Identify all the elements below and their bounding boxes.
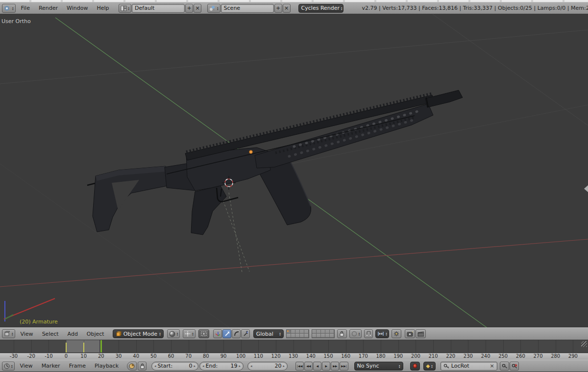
active-keying-set-field[interactable]: LocRot × [441, 362, 497, 371]
play-button[interactable]: ▶ [322, 362, 330, 371]
menu-file[interactable]: File [17, 5, 34, 11]
translate-manipulator-button[interactable] [222, 329, 231, 338]
layer-15[interactable] [330, 330, 334, 334]
sync-mode-select[interactable]: No Sync ▴▾ [354, 362, 403, 371]
layer-2[interactable] [291, 330, 295, 334]
increment-arrow-icon[interactable]: ▸ [283, 364, 285, 368]
layer-20[interactable] [330, 334, 334, 338]
current-frame-field[interactable]: ◂ 20 ▸ [247, 362, 288, 371]
render-engine-select[interactable]: Cycles Render ▴▾ [298, 4, 343, 13]
manipulator-toggle[interactable] [213, 329, 222, 338]
menu-help[interactable]: Help [92, 5, 113, 11]
scale-manipulator-button[interactable] [241, 329, 250, 338]
menu-render[interactable]: Render [34, 5, 62, 11]
layer-11[interactable] [312, 330, 317, 334]
delete-scene-button[interactable]: × [283, 4, 291, 13]
keyframe-marker[interactable] [83, 343, 84, 352]
auto-keyframe-record-button[interactable] [410, 362, 420, 371]
jump-to-end-button[interactable]: ▶▶| [340, 362, 348, 371]
opengl-render-anim-button[interactable] [416, 329, 426, 338]
increment-arrow-icon[interactable]: ▸ [194, 364, 196, 368]
current-frame-line[interactable] [100, 340, 102, 352]
snap-target-button[interactable] [392, 329, 401, 338]
keying-flash-select[interactable]: ◆ ▴▾ [423, 362, 436, 371]
jump-prev-keyframe-button[interactable]: ◀◀ [304, 362, 313, 371]
add-layout-button[interactable]: + [185, 4, 193, 13]
snap-increment-icon [377, 331, 384, 337]
delete-keyframe-button[interactable] [510, 362, 519, 371]
menu-3dview-view[interactable]: View [16, 331, 38, 337]
delete-layout-button[interactable]: × [194, 4, 201, 13]
lock-time-cursor-button[interactable] [138, 362, 147, 371]
menu-3dview-select[interactable]: Select [38, 331, 63, 337]
frame-end-field[interactable]: ◂ End: 19 ▸ [199, 362, 244, 371]
layer-17[interactable] [317, 334, 321, 338]
opengl-render-still-button[interactable] [405, 329, 415, 338]
layer-5[interactable] [304, 330, 309, 334]
layer-7[interactable] [291, 334, 295, 338]
manipulate-center-points-toggle[interactable] [198, 329, 209, 338]
frame-start-field[interactable]: ◂ Start: 0 ▸ [151, 362, 198, 371]
editor-type-selector-3dview[interactable]: ▴▾ [2, 329, 15, 338]
timeline-header: ▴▾ ViewMarkerFramePlayback ◂ Start: 0 ▸ … [0, 360, 588, 372]
increment-arrow-icon[interactable]: ▸ [239, 364, 241, 368]
transform-orientation-select[interactable]: Global ▴▾ [253, 329, 284, 338]
snap-element-select[interactable]: ▴▾ [375, 329, 389, 338]
layer-19[interactable] [325, 334, 330, 338]
timeline-ruler[interactable]: -30-20-100102030405060708090100110120130… [0, 353, 588, 360]
close-icon: × [284, 5, 289, 11]
decrement-arrow-icon[interactable]: ◂ [154, 364, 156, 368]
editor-type-selector-info[interactable]: ▴▾ [2, 4, 16, 13]
editor-type-selector-timeline[interactable]: ▴▾ [2, 362, 15, 371]
object-origin-dot[interactable] [249, 150, 253, 154]
proportional-edit-select[interactable]: ▴▾ [349, 329, 362, 338]
layer-3[interactable] [295, 330, 300, 334]
scene-icon-button[interactable]: ▴▾ [207, 4, 220, 13]
viewport-shading-select[interactable]: ▴▾ [167, 329, 180, 338]
use-preview-range-button[interactable] [127, 362, 137, 371]
rifle-model[interactable] [87, 90, 463, 235]
menu-3dview-add[interactable]: Add [63, 331, 82, 337]
layer-14[interactable] [325, 330, 330, 334]
play-reverse-button[interactable]: ◀ [313, 362, 321, 371]
layer-12[interactable] [317, 330, 321, 334]
timeline-resize-grip[interactable] [581, 341, 587, 347]
menu-timeline-view[interactable]: View [16, 363, 37, 369]
rotate-manipulator-button[interactable] [232, 329, 241, 338]
layer-18[interactable] [321, 334, 325, 338]
layer-1[interactable] [287, 330, 291, 334]
layer-10[interactable] [304, 334, 309, 338]
screen-layout-icon-button[interactable]: ▴▾ [119, 4, 132, 13]
layer-13[interactable] [321, 330, 325, 334]
layer-8[interactable] [295, 334, 300, 338]
menu-3dview-object[interactable]: Object [82, 331, 109, 337]
region-toggle-arrow[interactable] [584, 185, 588, 192]
timeline-track-area[interactable] [0, 340, 588, 353]
menu-timeline-playback[interactable]: Playback [90, 363, 123, 369]
scene-name-field[interactable]: Scene [221, 4, 274, 13]
screen-layout-name-field[interactable]: Default [132, 4, 185, 13]
menu-timeline-frame[interactable]: Frame [65, 363, 90, 369]
layer-4[interactable] [300, 330, 304, 334]
bone-relationship-lines [220, 193, 249, 273]
pivot-point-select[interactable]: ▴▾ [183, 329, 196, 338]
clear-keying-set-icon[interactable]: × [490, 363, 494, 369]
mode-select[interactable]: Object Mode ▴▾ [113, 329, 164, 338]
insert-keyframe-button[interactable] [500, 362, 509, 371]
ruler-tick-220: 220 [446, 353, 455, 359]
snap-toggle-button[interactable] [364, 329, 373, 338]
menu-window[interactable]: Window [62, 5, 92, 11]
keyframe-marker[interactable] [66, 343, 67, 352]
timeline-gridline [241, 340, 242, 352]
jump-next-keyframe-button[interactable]: ▶▶ [331, 362, 339, 371]
layer-16[interactable] [312, 334, 317, 338]
layer-9[interactable] [300, 334, 304, 338]
layer-6[interactable] [287, 334, 291, 338]
menu-timeline-marker[interactable]: Marker [37, 363, 65, 369]
decrement-arrow-icon[interactable]: ◂ [202, 364, 204, 368]
add-scene-button[interactable]: + [274, 4, 282, 13]
chevron-updown-icon: ▴▾ [431, 364, 433, 368]
lock-to-scene-button[interactable] [337, 329, 347, 338]
3d-viewport[interactable]: User Ortho (20) Armature [0, 14, 588, 327]
jump-to-start-button[interactable]: |◀◀ [295, 362, 304, 371]
